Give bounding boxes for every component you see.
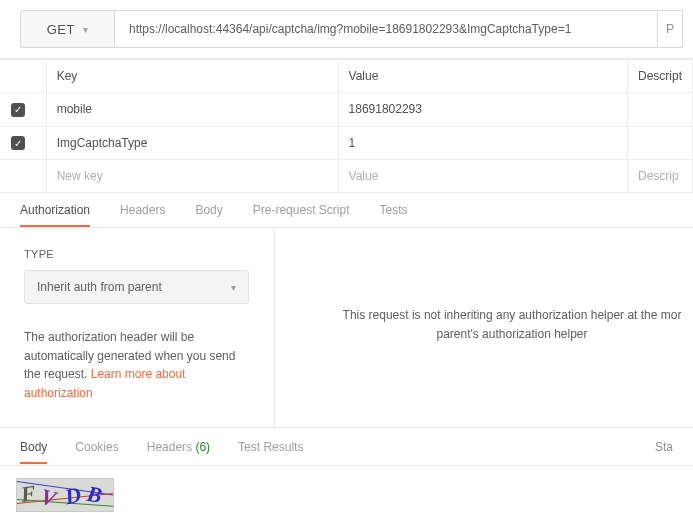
captcha-char: F [19,480,37,508]
param-value-new[interactable]: Value [338,160,627,193]
col-key: Key [46,60,338,93]
query-params-table: Key Value Descript ✓ mobile 18691802293 … [0,59,693,193]
param-desc[interactable] [627,126,692,160]
captcha-char: D [62,482,83,511]
checkbox-empty[interactable] [1,160,47,193]
chevron-down-icon: ▾ [231,282,236,293]
checkbox[interactable]: ✓ [11,136,25,150]
resp-tab-headers-count: (6) [195,440,210,454]
request-bar: GET ▾ P [0,0,693,59]
response-status: Sta [655,440,673,454]
captcha-image: F V D B [16,478,114,512]
auth-inherit-msg-line2: parent's authorization helper [331,325,693,344]
authorization-panel: TYPE Inherit auth from parent ▾ The auth… [0,228,693,428]
param-key[interactable]: ImgCaptchaType [46,126,338,160]
resp-tab-headers[interactable]: Headers (6) [147,430,210,464]
param-key-new[interactable]: New key [46,160,338,193]
request-tabs: Authorization Headers Body Pre-request S… [0,193,693,228]
param-value[interactable]: 18691802293 [338,93,627,127]
auth-help-text: The authorization header will be automat… [24,328,250,402]
table-row-new: New key Value Descrip [1,160,693,193]
checkbox[interactable]: ✓ [11,103,25,117]
tab-headers[interactable]: Headers [120,193,165,227]
response-tabs: Body Cookies Headers (6) Test Results St… [0,428,693,466]
tab-tests[interactable]: Tests [379,193,407,227]
auth-type-select[interactable]: Inherit auth from parent ▾ [24,270,249,304]
resp-tab-cookies[interactable]: Cookies [75,430,118,464]
method-select[interactable]: GET ▾ [20,10,115,48]
send-button-fragment[interactable]: P [658,10,683,48]
table-row: ✓ mobile 18691802293 [1,93,693,127]
resp-tab-body[interactable]: Body [20,430,47,464]
auth-right: This request is not inheriting any autho… [275,228,693,427]
method-label: GET [47,22,75,37]
resp-tab-testresults[interactable]: Test Results [238,430,303,464]
auth-type-selected: Inherit auth from parent [37,280,162,294]
captcha-char: V [38,484,59,512]
param-desc-new[interactable]: Descrip [627,160,692,193]
auth-inherit-msg-line1: This request is not inheriting any autho… [331,306,693,325]
tab-authorization[interactable]: Authorization [20,193,90,227]
table-row: ✓ ImgCaptchaType 1 [1,126,693,160]
tab-prerequest[interactable]: Pre-request Script [253,193,350,227]
param-desc[interactable] [627,93,692,127]
col-description: Descript [627,60,692,93]
response-body: F V D B [0,466,693,513]
auth-left: TYPE Inherit auth from parent ▾ The auth… [0,228,275,427]
tab-body[interactable]: Body [195,193,222,227]
chevron-down-icon: ▾ [83,24,89,35]
auth-type-label: TYPE [24,248,250,260]
url-input[interactable] [115,10,658,48]
param-key[interactable]: mobile [46,93,338,127]
checkbox-header [1,60,47,93]
col-value: Value [338,60,627,93]
param-value[interactable]: 1 [338,126,627,160]
resp-tab-headers-label: Headers [147,440,192,454]
